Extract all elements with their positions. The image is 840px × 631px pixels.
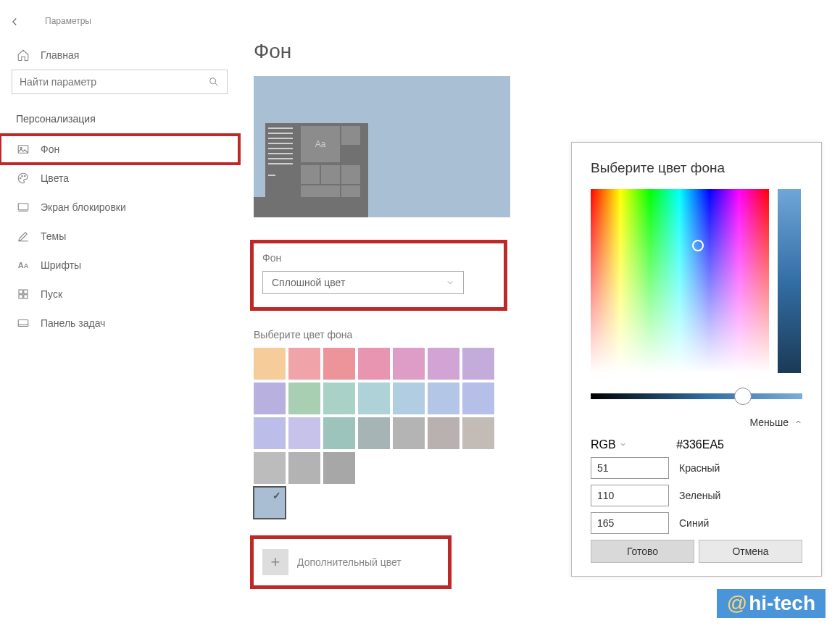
slider-thumb[interactable] (734, 388, 752, 405)
add-custom-color-button[interactable]: + (262, 549, 288, 575)
color-swatch[interactable] (358, 417, 390, 449)
taskbar-icon (16, 316, 30, 330)
nav-label: Пуск (41, 288, 62, 300)
pencil-icon (16, 229, 30, 243)
color-swatch[interactable] (462, 417, 494, 449)
nav-fonts[interactable]: AA Шрифты (0, 251, 239, 280)
hex-input[interactable]: #336EA5 (676, 438, 773, 451)
dropdown-value: Сплошной цвет (272, 277, 345, 288)
color-swatch[interactable] (393, 383, 425, 414)
color-swatch[interactable] (428, 383, 459, 414)
color-swatch[interactable] (358, 348, 390, 380)
color-swatch[interactable] (323, 452, 355, 484)
nav-label: Панель задач (41, 317, 105, 329)
svg-point-4 (22, 175, 23, 177)
main-content: Фон Aa Фон Сплошной цвет Выберите цвет ф… (254, 40, 558, 585)
color-picker-dialog: Выберите цвет фона Меньше RGB #336EA5 51… (571, 142, 822, 577)
search-icon (208, 76, 220, 88)
toggle-less-button[interactable]: Меньше (591, 417, 802, 428)
color-swatch[interactable] (323, 348, 355, 380)
red-input[interactable]: 51 (591, 457, 669, 479)
gradient-cursor[interactable] (692, 240, 704, 251)
chevron-down-icon (446, 278, 454, 287)
svg-rect-9 (19, 295, 22, 298)
nav-label: Экран блокировки (41, 201, 126, 213)
color-swatch[interactable] (288, 452, 320, 484)
section-title: Персонализация (0, 103, 239, 135)
search-box[interactable] (12, 70, 228, 94)
lightness-slider[interactable] (591, 393, 802, 399)
nav-label: Главная (41, 49, 79, 61)
sidebar: Параметры Главная Персонализация Фон Цве… (0, 0, 239, 631)
chevron-up-icon (794, 418, 802, 426)
color-swatch[interactable] (288, 348, 320, 380)
preview-startmenu: Aa (265, 123, 368, 197)
background-type-section: Фон Сплошной цвет (254, 243, 504, 307)
start-icon (16, 287, 30, 301)
color-swatch[interactable] (428, 348, 459, 380)
preview-taskbar (254, 197, 368, 217)
color-swatch-selected[interactable] (254, 487, 286, 519)
ok-button[interactable]: Готово (591, 540, 694, 563)
color-swatch[interactable] (428, 417, 459, 449)
nav-label: Фон (41, 143, 59, 155)
svg-rect-10 (24, 295, 28, 298)
svg-point-0 (210, 78, 216, 84)
font-icon: AA (16, 258, 30, 272)
nav-start[interactable]: Пуск (0, 280, 239, 309)
hue-saturation-gradient[interactable] (591, 189, 769, 373)
color-swatch[interactable] (358, 383, 390, 414)
color-swatch[interactable] (393, 348, 425, 380)
color-swatch[interactable] (323, 383, 355, 414)
nav-label: Шрифты (41, 259, 81, 271)
svg-rect-8 (24, 290, 28, 293)
swatch-label: Выберите цвет фона (254, 329, 558, 340)
watermark: @hi-tech (717, 589, 826, 618)
value-bar[interactable] (778, 189, 801, 373)
custom-color-label: Дополнительный цвет (297, 556, 402, 568)
color-swatch[interactable] (254, 383, 286, 414)
color-swatch[interactable] (462, 348, 494, 380)
picture-icon (16, 142, 30, 156)
dropdown-label: Фон (262, 252, 495, 264)
green-label: Зеленый (679, 490, 720, 501)
blue-label: Синий (679, 517, 709, 529)
app-title: Параметры (0, 16, 239, 41)
nav-colors[interactable]: Цвета (0, 164, 239, 193)
home-icon (16, 48, 30, 62)
picker-title: Выберите цвет фона (591, 160, 802, 176)
lockscreen-icon (16, 200, 30, 214)
color-swatch[interactable] (288, 417, 320, 449)
nav-themes[interactable]: Темы (0, 222, 239, 251)
chevron-down-icon (619, 440, 627, 448)
arrow-left-icon (8, 15, 21, 28)
nav-background[interactable]: Фон (0, 135, 239, 164)
color-model-select[interactable]: RGB (591, 438, 627, 451)
svg-rect-7 (19, 290, 22, 293)
color-swatch[interactable] (254, 452, 286, 484)
svg-point-5 (25, 175, 26, 177)
color-swatch[interactable] (288, 383, 320, 414)
green-input[interactable]: 110 (591, 485, 669, 506)
preview-sample-text: Aa (301, 126, 340, 162)
page-title: Фон (254, 40, 558, 63)
color-swatch[interactable] (323, 417, 355, 449)
cancel-button[interactable]: Отмена (699, 540, 802, 563)
color-swatch[interactable] (462, 383, 494, 414)
blue-input[interactable]: 165 (591, 512, 669, 534)
nav-label: Цвета (41, 172, 69, 184)
red-label: Красный (679, 462, 720, 474)
nav-home[interactable]: Главная (0, 41, 239, 70)
search-input[interactable] (20, 76, 208, 88)
custom-color-section: + Дополнительный цвет (254, 539, 448, 585)
nav-label: Темы (41, 230, 66, 242)
svg-rect-6 (18, 204, 28, 210)
nav-taskbar[interactable]: Панель задач (0, 309, 239, 338)
nav-lockscreen[interactable]: Экран блокировки (0, 193, 239, 222)
color-swatch[interactable] (393, 417, 425, 449)
svg-rect-11 (18, 320, 28, 327)
color-swatch[interactable] (254, 348, 286, 380)
color-swatches (254, 348, 515, 484)
color-swatch[interactable] (254, 417, 286, 449)
background-type-dropdown[interactable]: Сплошной цвет (262, 271, 464, 294)
